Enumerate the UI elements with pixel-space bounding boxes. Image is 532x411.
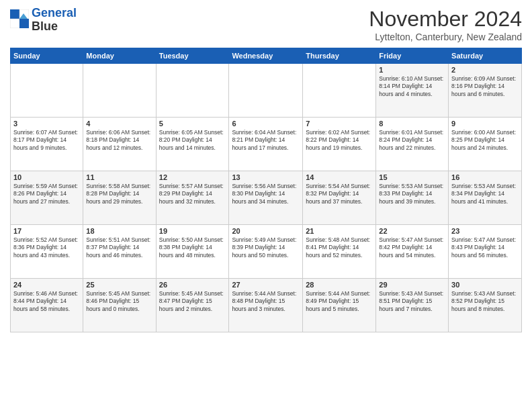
- day-info: Sunrise: 6:00 AM Sunset: 8:25 PM Dayligh…: [451, 129, 519, 152]
- calendar-week-2: 3Sunrise: 6:07 AM Sunset: 8:17 PM Daylig…: [11, 118, 522, 171]
- calendar-cell: 18Sunrise: 5:51 AM Sunset: 8:37 PM Dayli…: [83, 225, 156, 279]
- day-number: 14: [306, 173, 373, 181]
- header-row: Sunday Monday Tuesday Wednesday Thursday…: [11, 48, 522, 64]
- calendar-cell: [156, 64, 229, 118]
- day-number: 20: [232, 227, 300, 235]
- col-monday: Monday: [83, 48, 156, 64]
- day-info: Sunrise: 5:57 AM Sunset: 8:29 PM Dayligh…: [159, 183, 226, 205]
- calendar-cell: 1Sunrise: 6:10 AM Sunset: 8:14 PM Daylig…: [376, 64, 449, 118]
- calendar-cell: 12Sunrise: 5:57 AM Sunset: 8:29 PM Dayli…: [156, 171, 229, 225]
- day-number: 27: [232, 281, 300, 289]
- title-section: November 2024 Lyttelton, Canterbury, New…: [369, 7, 522, 42]
- day-number: 2: [451, 66, 519, 74]
- col-tuesday: Tuesday: [156, 48, 229, 64]
- day-number: 28: [306, 281, 373, 289]
- calendar-cell: 9Sunrise: 6:00 AM Sunset: 8:25 PM Daylig…: [449, 118, 522, 171]
- day-info: Sunrise: 6:02 AM Sunset: 8:22 PM Dayligh…: [306, 129, 373, 152]
- logo-text: General Blue: [32, 7, 77, 34]
- day-info: Sunrise: 6:01 AM Sunset: 8:24 PM Dayligh…: [379, 129, 445, 152]
- calendar-cell: 11Sunrise: 5:58 AM Sunset: 8:28 PM Dayli…: [83, 171, 156, 225]
- day-info: Sunrise: 6:06 AM Sunset: 8:18 PM Dayligh…: [86, 129, 152, 152]
- day-number: 16: [451, 173, 519, 181]
- calendar-cell: 26Sunrise: 5:45 AM Sunset: 8:47 PM Dayli…: [156, 279, 229, 332]
- day-info: Sunrise: 6:10 AM Sunset: 8:14 PM Dayligh…: [379, 75, 445, 98]
- day-info: Sunrise: 5:46 AM Sunset: 8:44 PM Dayligh…: [13, 290, 80, 313]
- col-saturday: Saturday: [449, 48, 522, 64]
- calendar-cell: 22Sunrise: 5:47 AM Sunset: 8:42 PM Dayli…: [376, 225, 449, 279]
- day-info: Sunrise: 5:54 AM Sunset: 8:32 PM Dayligh…: [306, 183, 373, 205]
- day-number: 13: [232, 173, 300, 181]
- day-info: Sunrise: 6:09 AM Sunset: 8:16 PM Dayligh…: [451, 75, 519, 98]
- calendar-cell: 19Sunrise: 5:50 AM Sunset: 8:38 PM Dayli…: [156, 225, 229, 279]
- calendar-table: Sunday Monday Tuesday Wednesday Thursday…: [10, 48, 522, 332]
- svg-rect-0: [10, 9, 19, 19]
- day-info: Sunrise: 5:49 AM Sunset: 8:39 PM Dayligh…: [232, 236, 300, 259]
- calendar-cell: 13Sunrise: 5:56 AM Sunset: 8:30 PM Dayli…: [229, 171, 303, 225]
- logo-general: General: [32, 6, 77, 19]
- day-info: Sunrise: 5:44 AM Sunset: 8:48 PM Dayligh…: [232, 290, 300, 313]
- calendar-cell: 6Sunrise: 6:04 AM Sunset: 8:21 PM Daylig…: [229, 118, 303, 171]
- day-info: Sunrise: 5:51 AM Sunset: 8:37 PM Dayligh…: [86, 236, 152, 259]
- col-thursday: Thursday: [303, 48, 376, 64]
- svg-rect-3: [19, 19, 29, 28]
- day-number: 18: [86, 227, 152, 235]
- calendar-week-4: 17Sunrise: 5:52 AM Sunset: 8:36 PM Dayli…: [11, 225, 522, 279]
- day-info: Sunrise: 6:05 AM Sunset: 8:20 PM Dayligh…: [159, 129, 226, 152]
- day-info: Sunrise: 6:04 AM Sunset: 8:21 PM Dayligh…: [232, 129, 300, 152]
- day-number: 21: [306, 227, 373, 235]
- calendar-cell: 4Sunrise: 6:06 AM Sunset: 8:18 PM Daylig…: [83, 118, 156, 171]
- day-number: 7: [306, 120, 373, 128]
- day-number: 8: [379, 120, 445, 128]
- calendar-cell: 14Sunrise: 5:54 AM Sunset: 8:32 PM Dayli…: [303, 171, 376, 225]
- day-info: Sunrise: 5:43 AM Sunset: 8:52 PM Dayligh…: [451, 290, 519, 313]
- col-friday: Friday: [376, 48, 449, 64]
- header: General Blue November 2024 Lyttelton, Ca…: [10, 7, 522, 42]
- calendar-cell: 30Sunrise: 5:43 AM Sunset: 8:52 PM Dayli…: [449, 279, 522, 332]
- day-number: 5: [159, 120, 226, 128]
- calendar-cell: 16Sunrise: 5:53 AM Sunset: 8:34 PM Dayli…: [449, 171, 522, 225]
- day-number: 4: [86, 120, 152, 128]
- calendar-cell: [83, 64, 156, 118]
- day-info: Sunrise: 5:45 AM Sunset: 8:47 PM Dayligh…: [159, 290, 226, 313]
- day-info: Sunrise: 5:45 AM Sunset: 8:46 PM Dayligh…: [86, 290, 152, 313]
- calendar-cell: 27Sunrise: 5:44 AM Sunset: 8:48 PM Dayli…: [229, 279, 303, 332]
- calendar-cell: 24Sunrise: 5:46 AM Sunset: 8:44 PM Dayli…: [11, 279, 83, 332]
- calendar-cell: 17Sunrise: 5:52 AM Sunset: 8:36 PM Dayli…: [11, 225, 83, 279]
- day-number: 25: [86, 281, 152, 289]
- calendar-week-5: 24Sunrise: 5:46 AM Sunset: 8:44 PM Dayli…: [11, 279, 522, 332]
- calendar-cell: 3Sunrise: 6:07 AM Sunset: 8:17 PM Daylig…: [11, 118, 83, 171]
- month-title: November 2024: [369, 7, 522, 32]
- calendar-cell: 7Sunrise: 6:02 AM Sunset: 8:22 PM Daylig…: [303, 118, 376, 171]
- calendar-cell: 25Sunrise: 5:45 AM Sunset: 8:46 PM Dayli…: [83, 279, 156, 332]
- calendar-cell: [11, 64, 83, 118]
- calendar-cell: 28Sunrise: 5:44 AM Sunset: 8:49 PM Dayli…: [303, 279, 376, 332]
- day-number: 30: [451, 281, 519, 289]
- calendar-cell: 21Sunrise: 5:48 AM Sunset: 8:41 PM Dayli…: [303, 225, 376, 279]
- day-number: 19: [159, 227, 226, 235]
- day-number: 17: [13, 227, 80, 235]
- day-info: Sunrise: 5:44 AM Sunset: 8:49 PM Dayligh…: [306, 290, 373, 313]
- day-number: 11: [86, 173, 152, 181]
- col-sunday: Sunday: [11, 48, 83, 64]
- day-info: Sunrise: 5:58 AM Sunset: 8:28 PM Dayligh…: [86, 183, 152, 205]
- calendar-cell: 20Sunrise: 5:49 AM Sunset: 8:39 PM Dayli…: [229, 225, 303, 279]
- day-number: 23: [451, 227, 519, 235]
- day-info: Sunrise: 6:07 AM Sunset: 8:17 PM Dayligh…: [13, 129, 80, 152]
- calendar-cell: 15Sunrise: 5:53 AM Sunset: 8:33 PM Dayli…: [376, 171, 449, 225]
- day-number: 29: [379, 281, 445, 289]
- day-number: 9: [451, 120, 519, 128]
- day-info: Sunrise: 5:52 AM Sunset: 8:36 PM Dayligh…: [13, 236, 80, 259]
- day-info: Sunrise: 5:47 AM Sunset: 8:43 PM Dayligh…: [451, 236, 519, 259]
- calendar-cell: [303, 64, 376, 118]
- calendar-cell: 5Sunrise: 6:05 AM Sunset: 8:20 PM Daylig…: [156, 118, 229, 171]
- day-info: Sunrise: 5:59 AM Sunset: 8:26 PM Dayligh…: [13, 183, 80, 205]
- day-number: 3: [13, 120, 80, 128]
- day-info: Sunrise: 5:47 AM Sunset: 8:42 PM Dayligh…: [379, 236, 445, 259]
- logo-icon: [10, 9, 29, 28]
- logo-blue: Blue: [32, 20, 77, 34]
- day-number: 15: [379, 173, 445, 181]
- calendar-cell: 8Sunrise: 6:01 AM Sunset: 8:24 PM Daylig…: [376, 118, 449, 171]
- day-info: Sunrise: 5:53 AM Sunset: 8:33 PM Dayligh…: [379, 183, 445, 205]
- svg-rect-2: [10, 19, 19, 28]
- logo: General Blue: [10, 7, 77, 34]
